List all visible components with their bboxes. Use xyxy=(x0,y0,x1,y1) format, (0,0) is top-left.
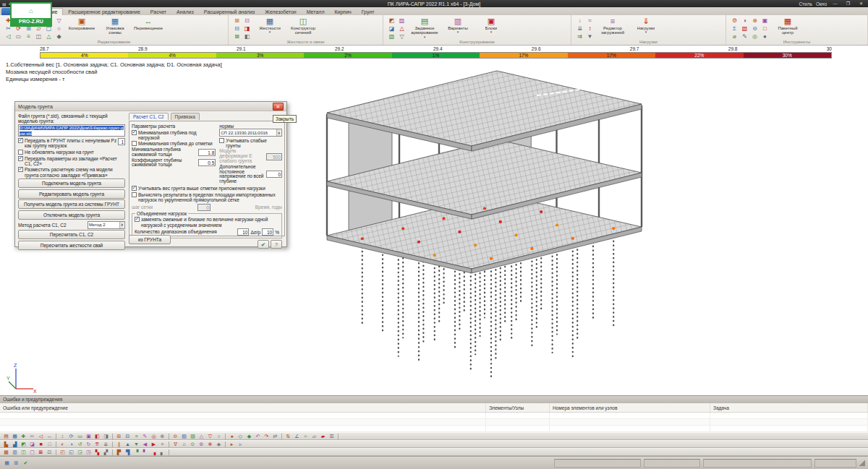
toolbar-icon[interactable]: ◐ xyxy=(59,441,67,448)
toolbar-icon[interactable]: ◎ xyxy=(150,433,158,440)
ribbon-icon[interactable]: ⇊ xyxy=(575,25,584,33)
toolbar-icon[interactable]: ◨ xyxy=(102,433,110,440)
toolbar-icon[interactable]: ◫ xyxy=(20,449,27,456)
toolbar-icon[interactable]: ○ xyxy=(215,433,223,440)
table-row[interactable] xyxy=(0,419,868,426)
ribbon-icon[interactable]: ▨ xyxy=(397,17,407,25)
ribbon-icon[interactable]: ↕ xyxy=(585,25,595,33)
extra-stress-field[interactable]: 0 xyxy=(266,171,282,178)
toolbar-icon[interactable]: ◰ xyxy=(59,449,67,456)
norms-select[interactable]: СП 22.13330.2011/2016▾ xyxy=(219,129,282,137)
restore-button[interactable]: ❐ xyxy=(843,1,853,7)
toolbar-icon[interactable]: ◁ xyxy=(37,433,45,440)
ribbon-tab-расчет[interactable]: Расчет xyxy=(145,9,171,15)
ranges-field[interactable]: 10 xyxy=(237,228,249,236)
toolbar-icon[interactable]: ▗ xyxy=(150,449,158,456)
ribbon-icon[interactable]: ⊕ xyxy=(750,17,760,25)
toolbar-icon[interactable]: ⟳ xyxy=(67,433,75,440)
toolbar-icon[interactable]: ▼ xyxy=(132,441,140,448)
toolbar-icon[interactable]: ≡ xyxy=(132,433,140,440)
method-select[interactable]: Метод 2▾ xyxy=(88,221,125,229)
col-task[interactable]: Задача xyxy=(710,403,868,412)
toolbar-icon[interactable]: ◑ xyxy=(67,441,75,448)
from-grunt-button[interactable]: из ГРУНТа xyxy=(129,235,171,244)
weak-soils-checkbox[interactable] xyxy=(219,138,224,143)
toolbar-icon[interactable]: ✂ xyxy=(28,433,36,440)
soil-weight-checkbox[interactable] xyxy=(132,186,137,191)
toolbar-icon[interactable]: ◆ xyxy=(245,433,253,440)
check-coarse-grid[interactable]: Вычислять результаты в пределах площади … xyxy=(132,192,282,202)
toolbar-icon[interactable]: △ xyxy=(197,433,205,440)
edit-soil-model-button[interactable]: Редактировать модель грунта xyxy=(18,189,125,199)
colorbar-segment[interactable]: 2% xyxy=(304,53,391,58)
toolbar-icon[interactable]: ▨ xyxy=(189,433,197,440)
status-icon[interactable]: ⊞ xyxy=(12,460,20,466)
toolbar-icon[interactable]: ⊡ xyxy=(46,449,54,456)
window-menu[interactable]: Окно xyxy=(816,1,827,7)
toolbar-icon[interactable]: ⇄ xyxy=(271,433,279,440)
ribbon-tab-металл[interactable]: Металл xyxy=(302,9,330,15)
colorbar[interactable]: 4%4%3%2%1%17%17%22%30% xyxy=(40,52,832,59)
ribbon-tab-расширенный-анализ[interactable]: Расширенный анализ xyxy=(199,9,260,15)
toolbar-icon[interactable]: ▝ xyxy=(132,449,140,456)
ribbon-icon[interactable]: ◪ xyxy=(387,25,396,33)
ribbon-button-нагрузки[interactable]: ⇓Нагрузки▾ xyxy=(631,16,661,33)
check-place-scheme[interactable]: Разместить расчетную схему на модели гру… xyxy=(18,167,125,177)
place-scheme-checkbox[interactable] xyxy=(18,167,23,172)
toolbar-icon[interactable]: ▶ xyxy=(150,441,158,448)
check-no-update-loads[interactable]: Не обновлять нагрузки на грунт xyxy=(18,150,125,155)
get-soil-model-button[interactable]: Получить модель грунта из системы ГРУНТ xyxy=(18,199,125,209)
toolbar-icon[interactable]: ▖ xyxy=(158,449,166,456)
no-update-loads-checkbox[interactable] xyxy=(18,150,23,155)
toolbar-icon[interactable]: ▱ xyxy=(310,433,318,440)
colorbar-segment[interactable]: 3% xyxy=(216,53,304,58)
ribbon-button-блоки[interactable]: ▣Блоки▾ xyxy=(476,16,506,33)
toolbar-icon[interactable]: ◪ xyxy=(28,441,36,448)
toolbar-icon[interactable]: ▜ xyxy=(124,449,132,456)
toolbar-icon[interactable]: ↻ xyxy=(85,441,93,448)
depth-field[interactable]: 1.8 xyxy=(198,149,216,156)
ribbon-icon[interactable]: ⊡ xyxy=(242,17,252,25)
coef-field[interactable]: 0.5 xyxy=(198,159,216,166)
ribbon-button-конструктор-сечений[interactable]: ◫Конструктор сечений xyxy=(288,16,318,35)
toolbar-icon[interactable]: ▲ xyxy=(124,441,132,448)
toolbar-icon[interactable]: ✧ xyxy=(158,441,166,448)
quick-access-icon[interactable]: ▤ xyxy=(2,1,7,7)
colorbar-segment[interactable]: 4% xyxy=(128,53,216,58)
status-icon[interactable]: ✔ xyxy=(22,460,30,466)
recalc-pile-stiffness-button[interactable]: Пересчитать жесткости свай xyxy=(18,241,125,250)
toolbar-icon[interactable]: ↺ xyxy=(76,441,84,448)
toolbar-icon[interactable]: ↕ xyxy=(59,433,67,440)
toolbar-icon[interactable]: ⊟ xyxy=(124,433,132,440)
ribbon-button-пакетный-центр[interactable]: ▦Пакетный центр xyxy=(773,16,803,35)
toolbar-icon[interactable]: ↔ xyxy=(46,433,54,440)
recalc-c1c2-button[interactable]: Пересчитать С1, С2 xyxy=(18,230,125,239)
ribbon-icon[interactable]: ◩ xyxy=(387,17,396,25)
toolbar-icon[interactable]: ↷ xyxy=(263,433,271,440)
ribbon-icon[interactable]: ▧ xyxy=(740,25,749,33)
toolbar-icon[interactable]: ▚ xyxy=(93,449,101,456)
toolbar-icon[interactable]: ☰ xyxy=(328,433,336,440)
ribbon-icon[interactable]: ▽ xyxy=(54,17,64,25)
col-error[interactable]: Ошибка или предупреждение xyxy=(0,403,486,412)
toolbar-icon[interactable]: ▙ xyxy=(2,441,10,448)
toolbar-icon[interactable]: ∠ xyxy=(293,433,301,440)
toolbar-icon[interactable]: ▭ xyxy=(76,433,84,440)
disconnect-soil-model-button[interactable]: Отключить модель грунта xyxy=(18,210,125,220)
toolbar-icon[interactable]: ▛ xyxy=(115,449,123,456)
toolbar-icon[interactable]: ※ xyxy=(206,441,214,448)
toolbar-icon[interactable]: ∥ xyxy=(115,441,123,448)
merge-loads-checkbox[interactable] xyxy=(135,217,140,222)
toolbar-icon[interactable]: ⊕ xyxy=(158,433,166,440)
colorbar-segment[interactable]: 17% xyxy=(568,53,655,58)
colorbar-segment[interactable]: 4% xyxy=(41,53,128,58)
toolbar-icon[interactable]: ⊠ xyxy=(37,449,45,456)
toolbar-icon[interactable]: ▞ xyxy=(102,449,110,456)
toolbar-icon[interactable]: ▢ xyxy=(28,449,36,456)
check-min-depth-mark[interactable]: Минимальная глубина до отметки xyxy=(132,141,216,146)
ribbon-tab-грунт[interactable]: Грунт xyxy=(357,9,380,15)
ribbon-tab-расширенное-редактирование[interactable]: Расширенное редактирование xyxy=(63,9,145,15)
toolbar-icon[interactable]: ▤ xyxy=(2,433,10,440)
pz-group-checkbox[interactable] xyxy=(18,138,23,143)
colorbar-segment[interactable]: 1% xyxy=(392,53,480,58)
